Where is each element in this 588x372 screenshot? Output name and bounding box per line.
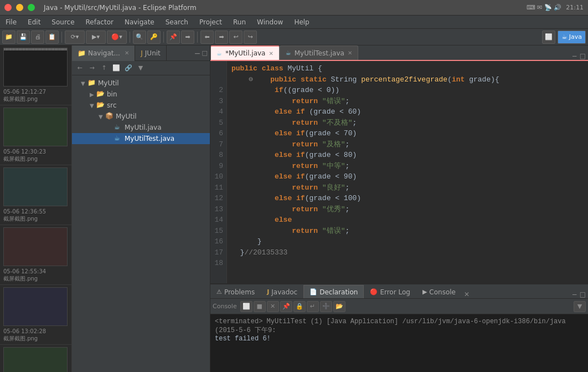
maximize-button[interactable] — [28, 4, 35, 11]
tab-icon-myutiltest: ☕ — [286, 49, 291, 57]
menu-navigate[interactable]: Navigate — [119, 16, 160, 29]
scroll-lock-button[interactable]: 🔒 — [293, 301, 306, 312]
open-console-button[interactable]: 📂 — [333, 301, 345, 312]
tree-arrow[interactable]: ▼ — [99, 114, 105, 120]
thumbnail-1[interactable]: ████████████████████████████████████████… — [0, 45, 71, 105]
bottom-maximize-icon[interactable]: □ — [580, 291, 586, 298]
thumbnail-4[interactable]: 05-06 12:55:34截屏截图.png — [0, 225, 71, 285]
code-area[interactable]: public class MyUtil { ⊖ public static St… — [227, 61, 588, 283]
key-button[interactable]: 🔑 — [147, 30, 161, 44]
back-button[interactable]: ⬅ — [200, 30, 214, 44]
minimize-button[interactable] — [16, 4, 23, 11]
tab-junit[interactable]: J JUnit — [135, 45, 167, 61]
tab-close-myutil[interactable]: ✕ — [269, 50, 273, 57]
console-icon: ▶ — [422, 288, 427, 295]
redo-button[interactable]: ↪ — [244, 30, 257, 44]
console-menu-button[interactable]: ▼ — [574, 301, 586, 312]
toolbar-separator-2 — [130, 32, 130, 43]
tree-item-myutil-project[interactable]: ▼ 📁 MyUtil — [72, 78, 210, 89]
ln-8: 8 — [214, 150, 223, 161]
tab-navigator[interactable]: 📁 Navigat... ✕ — [72, 45, 135, 61]
bottom-minimize-icon[interactable]: − — [572, 291, 577, 298]
thumb-preview-1: ████████████████████████████████████████… — [4, 48, 67, 81]
menu-help[interactable]: Help — [288, 16, 314, 29]
menu-project[interactable]: Project — [194, 16, 228, 29]
close-button[interactable] — [4, 4, 12, 11]
forward-button[interactable]: ➡ — [215, 30, 228, 44]
tab-declaration[interactable]: 📄 Declaration — [303, 285, 364, 298]
back-nav-button[interactable]: ← — [74, 63, 85, 73]
tree-arrow[interactable]: ▼ — [81, 80, 87, 86]
tree-item-myutiltest-java[interactable]: ☕ MyUtilTest.java — [72, 133, 210, 144]
thumbnail-5[interactable]: 05-06 13:02:28截屏截图.png — [0, 285, 71, 345]
system-tray: ⌨ ✉ 📡 🔊 — [527, 4, 562, 11]
forward-nav-button[interactable]: → — [86, 63, 97, 73]
word-wrap-button[interactable]: ↵ — [307, 301, 319, 312]
perspective-button[interactable]: ⬜ — [542, 30, 555, 44]
menu-file[interactable]: File — [0, 16, 22, 29]
menu-window[interactable]: Window — [251, 16, 288, 29]
print-button[interactable]: 🖨 — [31, 30, 44, 44]
link-button[interactable]: 🔗 — [123, 63, 134, 73]
java-perspective[interactable]: ☕ Java — [558, 30, 586, 44]
tab-myutil-java[interactable]: ☕ *MyUtil.java ✕ — [210, 45, 280, 60]
menu-edit[interactable]: Edit — [22, 16, 46, 29]
toolbar: 📁 💾 🖨 📋 ⟳▾ ▶▾ 🔴▾ 🔍 🔑 📌 ➡ ⬅ ➡ ↩ ↪ ⬜ ☕ Jav… — [0, 29, 588, 45]
console-toolbar: Console ⬜ ■ ✕ 📌 🔒 ↵ ➕ 📂 ▼ — [210, 299, 588, 314]
ln-4: 4 — [214, 106, 223, 118]
console-close-icon[interactable]: ✕ — [464, 291, 470, 298]
nav-menu-button[interactable]: ▼ — [135, 63, 146, 73]
arrow-button[interactable]: ➡ — [181, 30, 194, 44]
tab-problems[interactable]: ⚠ Problems — [210, 285, 261, 298]
thumbnail-3[interactable]: 05-06 12:36:55截屏截图.png — [0, 165, 71, 225]
new-console-button[interactable]: ➕ — [320, 301, 332, 312]
run-button[interactable]: ▶▾ — [86, 30, 106, 44]
tab-console[interactable]: ▶ Console — [416, 285, 462, 298]
clear-console-button[interactable]: ⬜ — [240, 301, 252, 312]
new-button[interactable]: 📁 — [2, 30, 16, 44]
terminate-button[interactable]: ■ — [254, 301, 266, 312]
editor-maximize-icon[interactable]: □ — [580, 52, 586, 60]
menubar: File Edit Source Refactor Navigate Searc… — [0, 16, 588, 29]
collapse-button[interactable]: ⬜ — [111, 63, 122, 73]
nav-close[interactable]: ✕ — [125, 50, 129, 56]
up-nav-button[interactable]: ↑ — [99, 63, 110, 73]
remove-launch-button[interactable]: ✕ — [267, 301, 279, 312]
fold-indicator — [214, 63, 223, 74]
thumbnail-6[interactable]: 05-06 13:03:51截屏截图.png — [0, 345, 71, 372]
tree-item-myutil-package[interactable]: ▼ 📦 MyUtil — [72, 111, 210, 122]
copy-button[interactable]: 📋 — [45, 30, 59, 44]
tree-item-bin[interactable]: ▶ 📂 bin — [72, 89, 210, 100]
editor-minimize-icon[interactable]: − — [572, 52, 577, 60]
tab-myutiltest-java[interactable]: ☕ MyUtilTest.java ✕ — [280, 45, 358, 60]
toolbar-separator-3 — [163, 32, 164, 43]
tree-item-src[interactable]: ▼ 📂 src — [72, 100, 210, 111]
refresh-button[interactable]: ⟳▾ — [65, 30, 85, 44]
pin-button[interactable]: 📌 — [167, 30, 180, 44]
nav-maximize-icon[interactable]: □ — [202, 49, 208, 57]
tree-arrow[interactable]: ▼ — [90, 103, 96, 109]
search-button[interactable]: 🔍 — [133, 30, 146, 44]
tab-close-myutiltest[interactable]: ✕ — [348, 50, 352, 56]
titlebar: Java - MyUtil/src/MyUtil.java - Eclipse … — [0, 0, 588, 16]
pin-console-button[interactable]: 📌 — [280, 301, 292, 312]
thumbnail-2[interactable]: 05-06 12:30:23截屏截图.png — [0, 105, 71, 165]
undo-button[interactable]: ↩ — [229, 30, 243, 44]
menu-refactor[interactable]: Refactor — [80, 16, 119, 29]
toolbar-separator-4 — [197, 32, 198, 43]
save-button[interactable]: 💾 — [17, 30, 30, 44]
thumb-label-4: 05-06 12:55:34截屏截图.png — [3, 268, 68, 282]
tree-item-myutil-java[interactable]: ☕ MyUtil.java — [72, 122, 210, 133]
tree-arrow[interactable]: ▶ — [90, 91, 96, 98]
nav-minimize-icon[interactable]: − — [194, 49, 201, 58]
thumb-image-3 — [3, 167, 68, 206]
menu-search[interactable]: Search — [160, 16, 194, 29]
tab-javadoc[interactable]: J Javadoc — [261, 285, 303, 298]
tab-errorlog[interactable]: 🔴 Error Log — [364, 285, 416, 298]
stop-button[interactable]: 🔴▾ — [107, 30, 127, 44]
menu-run[interactable]: Run — [228, 16, 251, 29]
code-editor[interactable]: 2 3 4 5 6 7 8 9 10 11 12 13 14 15 16 17 — [210, 61, 588, 283]
titlebar-right: ⌨ ✉ 📡 🔊 21:11 — [527, 4, 584, 11]
menu-source[interactable]: Source — [46, 16, 80, 29]
ln-1 — [214, 74, 223, 85]
